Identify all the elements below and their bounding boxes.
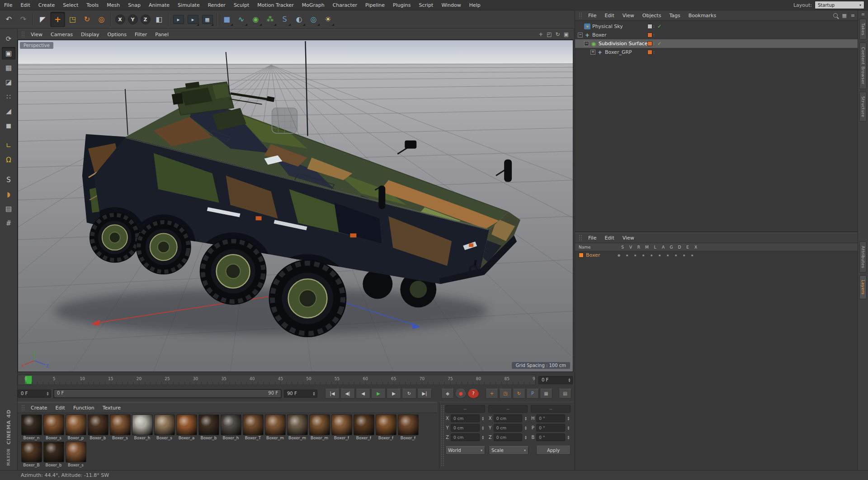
material-boxer-b-8[interactable]: Boxer_b xyxy=(198,414,220,441)
autokeying-button[interactable]: ● xyxy=(455,389,467,399)
layer-manager-menu-view[interactable]: View xyxy=(618,234,638,242)
add-generator-button[interactable]: ◉ xyxy=(249,12,263,27)
quantize-toggle-button[interactable]: # xyxy=(2,217,15,230)
material-boxer-b-3[interactable]: Boxer_b xyxy=(87,414,109,441)
menubar-item-mograph[interactable]: MoGraph xyxy=(298,1,329,9)
material-boxer-h-5[interactable]: Boxer_h xyxy=(131,414,153,441)
value-stepper[interactable]: ▲▼ xyxy=(481,416,485,421)
next-frame-button[interactable]: ▶ xyxy=(387,389,401,399)
object-row-boxer[interactable]: −+Boxer∶ xyxy=(575,31,858,39)
add-cube-object-button[interactable]: ■ xyxy=(220,12,234,27)
keyframe-selection-button[interactable]: ? xyxy=(467,389,479,399)
enable-axis-button[interactable]: ∟ xyxy=(2,139,15,152)
value-stepper[interactable]: ▲▼ xyxy=(481,435,485,440)
coordinate-value-field[interactable]: 0 cm xyxy=(494,424,523,432)
material-menu-edit[interactable]: Edit xyxy=(52,404,69,412)
object-manager-menu-edit[interactable]: Edit xyxy=(600,12,618,19)
redo-button[interactable]: ↷ xyxy=(16,12,30,27)
add-field-button[interactable]: ◎ xyxy=(307,12,321,27)
stepper-down-icon[interactable]: ▼ xyxy=(566,428,571,430)
value-stepper[interactable]: ▲▼ xyxy=(524,435,528,440)
scale-tool[interactable]: ◳ xyxy=(66,12,80,27)
coordinate-value-field[interactable]: 0 cm xyxy=(451,433,480,441)
stepper-down-icon[interactable]: ▼ xyxy=(481,419,485,421)
coordinate-value-field[interactable]: 0 ° xyxy=(536,414,565,422)
material-boxer-m-12[interactable]: Boxer_m xyxy=(286,414,308,441)
layer-manager-menu-edit[interactable]: Edit xyxy=(600,234,618,242)
move-tool[interactable]: + xyxy=(50,12,65,27)
layer-row-boxer[interactable]: Boxer●▪▪▪▪▪▪▪▪▪ xyxy=(575,251,858,259)
stepper-down-icon[interactable]: ▼ xyxy=(566,419,571,421)
stepper-down-icon[interactable]: ▼ xyxy=(46,394,50,396)
coordinate-system-button[interactable]: ◧ xyxy=(152,12,166,27)
stepper-down-icon[interactable]: ▼ xyxy=(312,394,316,396)
stepper-down-icon[interactable]: ▼ xyxy=(524,438,528,440)
panel-handle[interactable] xyxy=(21,31,25,38)
viewport-menu-filter[interactable]: Filter xyxy=(131,31,151,38)
menubar-item-select[interactable]: Select xyxy=(59,1,82,9)
object-manager-menu-view[interactable]: View xyxy=(618,12,638,19)
collapse-icon[interactable]: − xyxy=(584,41,589,46)
layer-toggle-d[interactable]: ▪ xyxy=(672,254,680,257)
visibility-dots[interactable]: ∶ xyxy=(653,50,654,55)
material-boxer-f-17[interactable]: Boxer_f xyxy=(397,414,419,441)
visibility-dots[interactable]: ∶ xyxy=(653,24,654,29)
add-environment-button[interactable]: ◐ xyxy=(292,12,306,27)
viewport-menu-display[interactable]: Display xyxy=(77,31,104,38)
coordinate-value-field[interactable]: 0 cm xyxy=(451,424,480,432)
goto-end-button[interactable]: ▶| xyxy=(417,389,432,399)
value-stepper[interactable]: ▲▼ xyxy=(46,391,50,396)
dock-tab-content-browser[interactable]: Content Browser xyxy=(859,42,867,89)
brush-tool-button[interactable]: ◗ xyxy=(2,188,15,201)
value-stepper[interactable]: ▲▼ xyxy=(566,435,571,440)
coordinates-header-2[interactable]: -- xyxy=(531,405,571,413)
value-stepper[interactable]: ▲▼ xyxy=(524,416,528,421)
recent-tool-button[interactable]: ◎ xyxy=(94,12,108,27)
material-boxer-s-1[interactable]: Boxer_s xyxy=(42,414,65,441)
z-axis-lock-button[interactable]: Z xyxy=(139,12,151,27)
layer-color-swatch[interactable] xyxy=(647,24,652,29)
material-boxer-m-11[interactable]: Boxer_m xyxy=(264,414,286,441)
material-boxer-s-20[interactable]: Boxer_s xyxy=(65,442,87,468)
coordinates-dropdown-scale[interactable]: Scale▾ xyxy=(489,446,528,455)
viewport-toggle-icon[interactable]: ▣ xyxy=(564,31,569,38)
menubar-item-simulate[interactable]: Simulate xyxy=(174,1,204,9)
layer-toggle-s[interactable]: ● xyxy=(615,254,623,257)
render-picture-viewer-button[interactable]: ▸ xyxy=(186,12,200,27)
dock-tab-structure[interactable]: Structure xyxy=(859,92,867,122)
visibility-dots[interactable]: ∶ xyxy=(653,42,654,46)
material-menu-create[interactable]: Create xyxy=(27,404,52,412)
record-rotation-toggle[interactable]: ↻ xyxy=(513,389,525,399)
menubar-item-snap[interactable]: Snap xyxy=(124,1,145,9)
panel-handle[interactable] xyxy=(441,405,444,466)
play-button[interactable]: ▶ xyxy=(371,389,386,399)
goto-start-button[interactable]: |◀ xyxy=(325,389,340,399)
coordinate-value-field[interactable]: 0 cm xyxy=(451,414,480,422)
menubar-item-help[interactable]: Help xyxy=(465,1,485,9)
viewport-rotate-icon[interactable]: ↻ xyxy=(556,31,560,38)
keying-settings-button[interactable]: ▤ xyxy=(559,389,571,399)
timeline-scrollbar-handle[interactable] xyxy=(54,390,281,397)
coordinate-value-field[interactable]: 0 cm xyxy=(494,433,523,441)
material-boxer-f-14[interactable]: Boxer_f xyxy=(330,414,353,441)
undo-button[interactable]: ↶ xyxy=(2,12,16,27)
value-stepper[interactable]: ▲▼ xyxy=(566,416,571,421)
panel-handle[interactable] xyxy=(579,12,582,19)
layer-color-swatch[interactable] xyxy=(647,41,652,46)
dock-tab-attributes[interactable]: Attributes xyxy=(859,241,867,273)
layer-toggle-r[interactable]: ▪ xyxy=(631,254,639,257)
filter-icon[interactable]: ▦ xyxy=(842,13,846,19)
timeline-ruler[interactable]: 051015202530354045505560657075808590 xyxy=(18,375,536,385)
menubar-item-sculpt[interactable]: Sculpt xyxy=(230,1,253,9)
menubar-item-mesh[interactable]: Mesh xyxy=(103,1,124,9)
texture-mode-button[interactable]: ▦ xyxy=(2,61,15,74)
layer-color-swatch[interactable] xyxy=(579,253,584,258)
goto-previous-key-button[interactable]: ◀| xyxy=(340,389,355,399)
apply-button[interactable]: Apply xyxy=(536,446,571,455)
material-boxer-s-6[interactable]: Boxer_s xyxy=(153,414,175,441)
material-boxer-f-15[interactable]: Boxer_f xyxy=(353,414,375,441)
y-axis-lock-button[interactable]: Y xyxy=(127,12,139,27)
object-manager-menu-file[interactable]: File xyxy=(584,12,600,19)
add-mograph-button[interactable]: ⁂ xyxy=(263,12,277,27)
coordinate-value-field[interactable]: 0 ° xyxy=(536,424,565,432)
